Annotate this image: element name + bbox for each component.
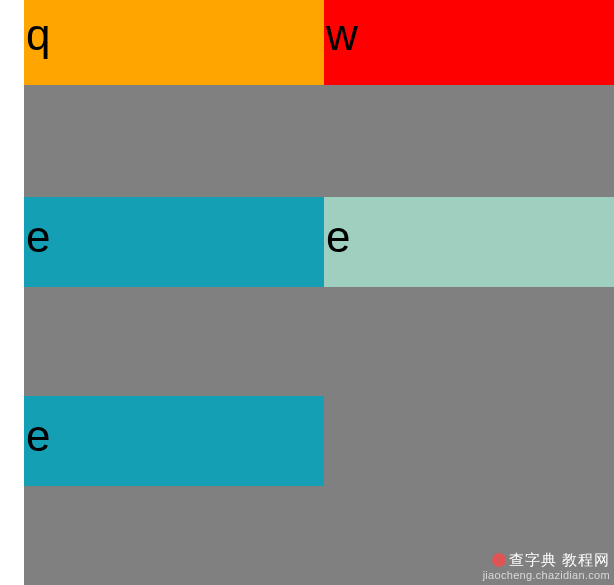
- cell-e-first: e: [24, 197, 324, 287]
- watermark-logo-icon: [492, 553, 506, 567]
- cell-w: w: [324, 0, 614, 85]
- cell-e-second: e: [324, 197, 614, 287]
- watermark: 查字典 教程网 jiaocheng.chazidian.com: [483, 552, 610, 582]
- demo-canvas: q w e e e 查字典 教程网 jiaocheng.chazidian.co…: [24, 0, 614, 585]
- cell-q: q: [24, 0, 324, 85]
- cell-e-third: e: [24, 396, 324, 486]
- watermark-title: 查字典 教程网: [509, 552, 610, 569]
- watermark-url: jiaocheng.chazidian.com: [483, 569, 610, 581]
